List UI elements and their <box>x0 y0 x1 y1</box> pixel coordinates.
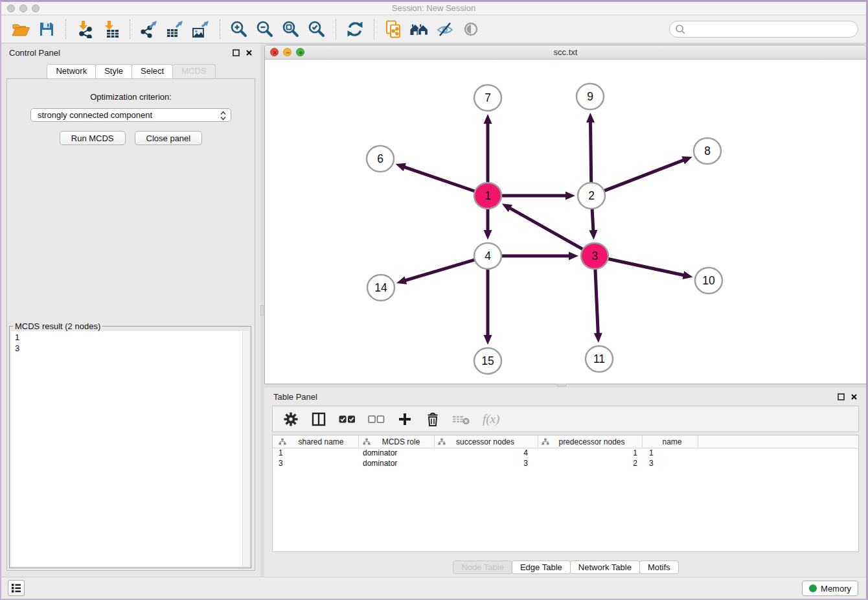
graph-node-label: 14 <box>374 281 387 294</box>
network-window-titlebar[interactable]: scc.txt <box>265 45 866 60</box>
search-field[interactable] <box>669 21 858 38</box>
close-panel-icon[interactable] <box>246 49 253 58</box>
create-column-button[interactable] <box>397 411 413 428</box>
tab-edge-table[interactable]: Edge Table <box>512 560 571 574</box>
column-header-successor-nodes[interactable]: successor nodes <box>435 435 538 448</box>
close-panel-icon[interactable] <box>851 393 858 402</box>
graph-edge[interactable] <box>509 208 583 250</box>
tab-select[interactable]: Select <box>131 64 173 78</box>
memory-label: Memory <box>821 584 851 594</box>
graph-node-label: 3 <box>591 249 598 262</box>
table-row[interactable]: 3 dominator 3 2 3 <box>273 459 858 469</box>
tab-style[interactable]: Style <box>95 64 132 78</box>
graph-edge-arrowhead <box>586 113 595 122</box>
tab-network-table[interactable]: Network Table <box>570 560 640 574</box>
table-settings-button[interactable] <box>283 411 299 428</box>
zoom-out-icon <box>256 20 274 38</box>
toolbar-separator <box>130 19 130 39</box>
export-network-button[interactable] <box>138 18 160 40</box>
save-session-button[interactable] <box>36 18 58 40</box>
table-header-row: shared name MCDS role successor nodes pr… <box>273 435 858 448</box>
tab-network[interactable]: Network <box>47 64 96 78</box>
delete-column-button[interactable] <box>425 411 440 428</box>
graph-edge-arrowhead <box>589 230 597 240</box>
graph-node-label: 2 <box>588 189 595 202</box>
import-table-button[interactable] <box>100 18 122 40</box>
graph-edge[interactable] <box>404 260 475 281</box>
graph-edge[interactable] <box>592 209 593 231</box>
select-all-rows-button[interactable] <box>339 411 356 428</box>
graph-edge[interactable] <box>404 167 475 191</box>
show-column-selector-button[interactable] <box>311 411 326 428</box>
graph-node-label: 15 <box>481 354 494 367</box>
column-header-mcds-role[interactable]: MCDS role <box>359 435 435 448</box>
column-header-shared-name[interactable]: shared name <box>273 435 359 448</box>
delete-table-icon <box>453 413 470 425</box>
open-session-button[interactable] <box>10 18 32 40</box>
deselect-all-rows-button[interactable] <box>368 411 385 428</box>
show-selected-button[interactable] <box>460 18 482 40</box>
control-panel: Control Panel NetworkStyleSelectMCDS Opt… <box>1 43 260 579</box>
import-network-button[interactable] <box>74 18 96 40</box>
graph-edge[interactable] <box>590 121 591 183</box>
control-panel-tabs: NetworkStyleSelectMCDS <box>1 64 260 79</box>
show-all-views-button[interactable] <box>408 18 430 40</box>
criterion-select[interactable]: strongly connected component <box>30 108 231 122</box>
graph-node-label: 8 <box>704 144 711 157</box>
run-mcds-button[interactable]: Run MCDS <box>60 131 126 145</box>
hide-selected-button[interactable] <box>434 18 456 40</box>
float-panel-icon[interactable] <box>838 393 845 402</box>
show-task-history-button[interactable] <box>8 580 25 596</box>
graph-node-label: 7 <box>485 91 491 104</box>
close-panel-button[interactable]: Close panel <box>135 131 203 145</box>
memory-button[interactable]: Memory <box>802 581 858 596</box>
mcds-result-area[interactable]: 1 3 <box>11 331 249 566</box>
zoom-in-button[interactable] <box>228 18 250 40</box>
fx-icon: f(x) <box>483 412 499 426</box>
columns-icon <box>312 412 326 426</box>
tree-icon <box>438 438 446 445</box>
splitter-grip-horizontal[interactable] <box>557 384 566 387</box>
graph-edge[interactable] <box>595 269 598 334</box>
graph-edge[interactable] <box>608 259 685 275</box>
control-panel-title: Control Panel <box>9 48 60 58</box>
network-canvas[interactable]: 1234678910111415 <box>265 60 866 384</box>
delete-table-button[interactable] <box>453 411 470 428</box>
column-header-name[interactable]: name <box>643 435 698 448</box>
apply-layout-button[interactable] <box>344 18 366 40</box>
main-titlebar: Session: New Session <box>1 2 866 15</box>
graph-edge[interactable] <box>604 160 685 191</box>
float-panel-icon[interactable] <box>233 49 240 58</box>
column-header-predecessor-nodes[interactable]: predecessor nodes <box>538 435 643 448</box>
refresh-icon <box>346 20 364 38</box>
graph-node-label: 10 <box>702 274 715 287</box>
tab-mcds[interactable]: MCDS <box>172 64 215 78</box>
function-builder-button[interactable]: f(x) <box>483 411 499 428</box>
tab-motifs[interactable]: Motifs <box>639 560 679 574</box>
export-table-button[interactable] <box>164 18 186 40</box>
export-table-icon <box>165 20 185 38</box>
export-image-button[interactable] <box>190 18 212 40</box>
splitter-grip-vertical[interactable] <box>260 305 264 316</box>
export-network-icon <box>139 20 159 38</box>
table-panel-tabs: Node TableEdge TableNetwork TableMotifs <box>264 560 867 574</box>
export-image-icon <box>191 20 211 38</box>
control-panel-header: Control Panel <box>1 43 260 62</box>
graph-svg[interactable]: 1234678910111415 <box>265 60 866 384</box>
tab-node-table[interactable]: Node Table <box>453 560 512 574</box>
home-icon <box>409 21 429 38</box>
save-icon <box>38 21 55 38</box>
result-scrollbar[interactable] <box>242 331 249 566</box>
node-table[interactable]: shared name MCDS role successor nodes pr… <box>272 435 859 552</box>
import-network-icon <box>75 20 95 38</box>
graph-node-label: 9 <box>587 90 593 103</box>
optimization-criterion-label: Optimization criterion: <box>7 92 255 102</box>
zoom-selected-button[interactable] <box>306 18 328 40</box>
toolbar-separator <box>374 19 374 39</box>
zoom-fit-button[interactable] <box>280 18 302 40</box>
search-input[interactable] <box>689 23 858 36</box>
gear-icon <box>284 412 298 426</box>
zoom-out-button[interactable] <box>254 18 276 40</box>
table-row[interactable]: 1 dominator 4 1 1 <box>273 448 858 459</box>
create-network-view-button[interactable] <box>382 18 404 40</box>
